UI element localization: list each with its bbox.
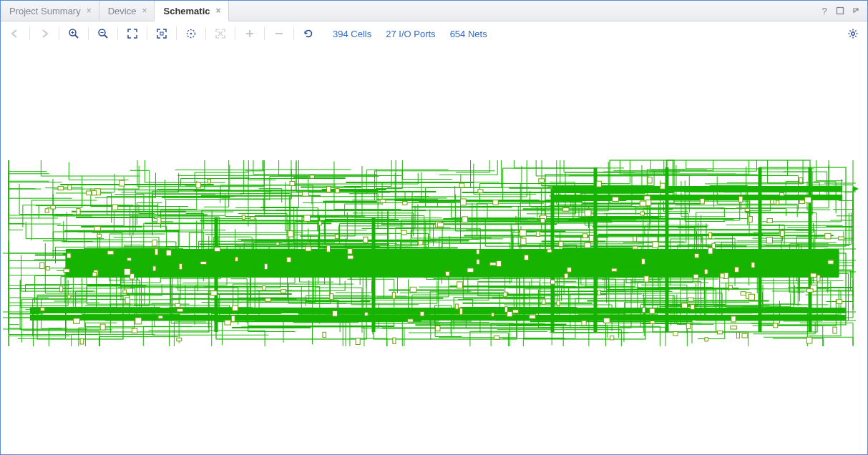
- svg-rect-222: [641, 259, 645, 265]
- svg-rect-194: [347, 255, 353, 259]
- schematic-canvas[interactable]: [1, 46, 867, 454]
- svg-rect-235: [177, 338, 182, 341]
- svg-rect-247: [563, 208, 570, 211]
- schematic-window: Project Summary × Device × Schematic × ?: [0, 0, 868, 455]
- svg-rect-197: [686, 323, 690, 328]
- maximize-icon[interactable]: [834, 5, 846, 16]
- svg-rect-234: [585, 210, 591, 217]
- svg-rect-353: [177, 309, 182, 312]
- svg-rect-173: [264, 264, 267, 270]
- close-icon[interactable]: ×: [142, 6, 147, 15]
- svg-rect-305: [40, 308, 44, 311]
- svg-rect-317: [539, 179, 545, 182]
- svg-rect-306: [304, 215, 311, 221]
- svg-rect-240: [767, 218, 772, 222]
- settings-button[interactable]: [844, 25, 862, 42]
- svg-rect-352: [332, 311, 337, 317]
- tab-schematic[interactable]: Schematic ×: [155, 1, 228, 21]
- remove-button[interactable]: [270, 25, 288, 42]
- svg-rect-263: [585, 243, 590, 248]
- svg-rect-187: [682, 303, 688, 308]
- svg-rect-207: [92, 273, 96, 277]
- svg-rect-177: [208, 179, 211, 183]
- svg-rect-232: [604, 318, 610, 323]
- svg-rect-307: [799, 178, 803, 183]
- svg-rect-303: [478, 190, 483, 193]
- svg-rect-223: [653, 242, 658, 248]
- svg-rect-277: [364, 312, 368, 315]
- svg-rect-231: [650, 321, 655, 324]
- svg-rect-304: [107, 251, 114, 255]
- tabstrip-right: ?: [819, 1, 867, 21]
- svg-rect-212: [673, 332, 678, 336]
- stat-cells[interactable]: 394 Cells: [333, 29, 371, 39]
- separator: [293, 27, 294, 40]
- svg-rect-335: [776, 200, 779, 205]
- svg-rect-157: [225, 320, 231, 325]
- zoom-area-button[interactable]: [153, 25, 170, 42]
- tab-project-summary[interactable]: Project Summary ×: [1, 1, 99, 21]
- svg-rect-324: [74, 318, 80, 323]
- svg-rect-171: [559, 241, 563, 246]
- svg-rect-294: [688, 298, 693, 301]
- svg-rect-225: [265, 298, 271, 301]
- svg-rect-216: [503, 292, 507, 297]
- svg-rect-202: [597, 181, 602, 187]
- schematic-svg: [1, 46, 867, 454]
- separator: [235, 27, 235, 40]
- svg-rect-288: [97, 234, 102, 238]
- svg-rect-278: [805, 197, 811, 203]
- stat-ports[interactable]: 27 I/O Ports: [386, 29, 435, 39]
- svg-rect-196: [547, 249, 552, 253]
- zoom-fit-button[interactable]: [124, 25, 141, 42]
- svg-rect-245: [467, 268, 474, 273]
- svg-rect-170: [477, 249, 479, 254]
- forward-button[interactable]: [36, 25, 53, 42]
- help-icon[interactable]: ?: [819, 5, 830, 16]
- svg-rect-238: [708, 248, 712, 254]
- svg-rect-344: [403, 202, 407, 205]
- svg-rect-268: [40, 263, 44, 268]
- svg-rect-226: [748, 217, 752, 222]
- svg-rect-201: [86, 191, 91, 195]
- tab-label: Project Summary: [9, 6, 81, 16]
- separator: [205, 27, 206, 40]
- separator: [29, 27, 30, 40]
- add-button[interactable]: [241, 25, 258, 42]
- zoom-out-button[interactable]: [94, 25, 112, 42]
- back-button[interactable]: [6, 25, 24, 42]
- svg-rect-316: [833, 327, 837, 333]
- svg-rect-289: [766, 238, 772, 243]
- stat-nets[interactable]: 654 Nets: [450, 29, 487, 39]
- regenerate-button[interactable]: [300, 25, 317, 42]
- svg-rect-164: [94, 226, 100, 230]
- svg-rect-217: [459, 183, 464, 187]
- svg-rect-190: [290, 181, 295, 185]
- svg-rect-209: [200, 261, 206, 264]
- float-icon[interactable]: [850, 5, 862, 16]
- tab-device[interactable]: Device ×: [99, 1, 155, 21]
- svg-rect-298: [393, 338, 396, 343]
- separator: [88, 27, 89, 40]
- svg-rect-203: [460, 199, 466, 205]
- svg-rect-218: [717, 331, 722, 334]
- close-icon[interactable]: ×: [87, 6, 92, 15]
- svg-rect-167: [380, 200, 386, 202]
- auto-fit-button[interactable]: [182, 25, 200, 42]
- svg-rect-325: [64, 269, 69, 273]
- svg-rect-348: [80, 339, 84, 344]
- shrink-button[interactable]: [212, 25, 229, 42]
- svg-rect-181: [536, 231, 540, 236]
- svg-rect-351: [705, 338, 708, 341]
- svg-rect-208: [817, 275, 820, 281]
- svg-rect-285: [356, 338, 360, 345]
- svg-rect-272: [242, 215, 245, 220]
- zoom-in-button[interactable]: [65, 25, 82, 42]
- svg-rect-228: [68, 185, 72, 190]
- svg-rect-300: [640, 201, 646, 206]
- svg-rect-261: [742, 333, 748, 338]
- close-icon[interactable]: ×: [216, 6, 221, 15]
- svg-rect-256: [839, 237, 844, 240]
- svg-rect-267: [67, 295, 71, 299]
- svg-rect-332: [695, 253, 699, 258]
